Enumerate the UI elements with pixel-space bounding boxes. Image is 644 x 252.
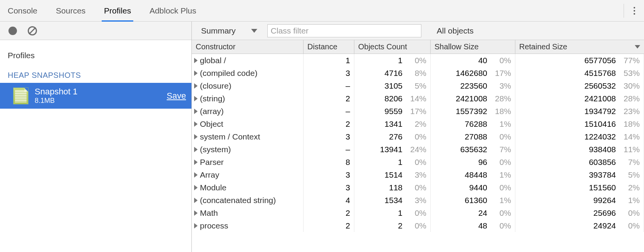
count-pct: 14% <box>408 94 426 103</box>
count-pct: 0% <box>408 132 426 141</box>
expand-triangle-icon[interactable] <box>194 134 198 139</box>
distance-value: 3 <box>345 183 350 192</box>
table-row[interactable]: process220%480%249240% <box>192 219 644 232</box>
count-pct: 24% <box>408 145 426 154</box>
constructor-name: (closure) <box>200 81 231 91</box>
table-row[interactable]: Module31180%94400%1515602% <box>192 181 644 194</box>
expand-triangle-icon[interactable] <box>194 58 198 63</box>
count-pct: 0% <box>408 208 426 218</box>
table-row[interactable]: Math210%240%256960% <box>192 207 644 219</box>
col-retained-label: Retained Size <box>519 42 567 51</box>
expand-triangle-icon[interactable] <box>194 147 198 152</box>
expand-triangle-icon[interactable] <box>194 71 198 76</box>
retained-value: 24924 <box>594 221 616 230</box>
col-shallow-size[interactable]: Shallow Size <box>431 40 515 54</box>
retained-pct: 5% <box>621 170 640 180</box>
expand-triangle-icon[interactable] <box>194 223 198 228</box>
main-split: Profiles HEAP SNAPSHOTS Snapshot 1 8.1MB… <box>0 22 644 252</box>
sort-descending-icon <box>635 45 640 49</box>
constructor-name: Parser <box>200 158 224 167</box>
table-body[interactable]: global /110%400%657705677%(compiled code… <box>192 54 644 252</box>
col-objects-count[interactable]: Objects Count <box>354 40 431 54</box>
shallow-value: 48 <box>478 221 487 230</box>
profiles-sidebar: Profiles HEAP SNAPSHOTS Snapshot 1 8.1MB… <box>0 22 192 252</box>
table-row[interactable]: (string)2820614%242100828%242100828% <box>192 92 644 105</box>
table-row[interactable]: (system)–1394124%6356327%93840811% <box>192 143 644 156</box>
retained-value: 2560532 <box>584 81 616 91</box>
shallow-pct: 0% <box>493 221 511 230</box>
table-row[interactable]: global /110%400%657705677% <box>192 54 644 67</box>
tab-profiles[interactable]: Profiles <box>104 0 131 21</box>
table-row[interactable]: (compiled code)347168%146268017%45157685… <box>192 67 644 79</box>
shallow-pct: 1% <box>493 196 511 205</box>
expand-triangle-icon[interactable] <box>194 109 198 114</box>
shallow-pct: 17% <box>493 69 511 78</box>
clear-icon[interactable] <box>28 26 37 35</box>
record-icon[interactable] <box>8 27 17 35</box>
expand-triangle-icon[interactable] <box>194 185 198 190</box>
expand-triangle-icon[interactable] <box>194 121 198 127</box>
tab-adblock-plus[interactable]: Adblock Plus <box>149 0 196 21</box>
view-dropdown[interactable]: Summary <box>199 26 260 35</box>
table-row[interactable]: Object213412%762881%151041618% <box>192 118 644 130</box>
count-value: 8206 <box>384 94 402 103</box>
profiles-section-label: Profiles <box>0 40 191 63</box>
count-value: 276 <box>389 132 402 141</box>
constructor-name: (concatenated string) <box>200 196 276 205</box>
table-row[interactable]: (array)–955917%155739218%193479223% <box>192 105 644 118</box>
class-filter-input[interactable] <box>267 24 421 37</box>
shallow-value: 76288 <box>465 119 487 129</box>
scope-dropdown[interactable]: All objects <box>437 26 474 35</box>
retained-pct: 53% <box>621 69 640 78</box>
count-value: 3105 <box>384 81 402 91</box>
tab-sources[interactable]: Sources <box>56 0 86 21</box>
table-row[interactable]: system / Context32760%270880%122403214% <box>192 130 644 143</box>
expand-triangle-icon[interactable] <box>194 96 198 101</box>
constructor-name: (system) <box>200 145 231 154</box>
retained-value: 1510416 <box>584 119 616 129</box>
tab-console[interactable]: Console <box>8 0 37 21</box>
count-pct: 0% <box>408 183 426 192</box>
distance-value: – <box>345 107 350 116</box>
kebab-menu-icon[interactable] <box>631 7 640 15</box>
sidebar-toolbar <box>0 22 191 40</box>
retained-pct: 23% <box>621 107 640 116</box>
col-distance[interactable]: Distance <box>304 40 354 54</box>
retained-pct: 77% <box>621 56 640 65</box>
constructor-name: Object <box>200 119 223 129</box>
heap-snapshots-label: HEAP SNAPSHOTS <box>0 63 191 83</box>
table-row[interactable]: Parser810%960%6038567% <box>192 156 644 168</box>
count-value: 4716 <box>384 69 402 78</box>
expand-triangle-icon[interactable] <box>194 83 198 89</box>
count-value: 1341 <box>384 119 402 129</box>
table-row[interactable]: Array315143%484481%3937845% <box>192 168 644 181</box>
constructor-name: system / Context <box>200 132 260 141</box>
shallow-value: 27088 <box>465 132 487 141</box>
snapshot-item[interactable]: Snapshot 1 8.1MB Save <box>0 83 191 109</box>
snapshot-save-link[interactable]: Save <box>167 91 186 101</box>
count-value: 13941 <box>380 145 402 154</box>
constructor-name: Array <box>200 170 219 180</box>
shallow-pct: 0% <box>493 132 511 141</box>
table-row[interactable]: (concatenated string)415343%613601%99264… <box>192 194 644 207</box>
count-value: 1 <box>398 208 402 218</box>
expand-triangle-icon[interactable] <box>194 198 198 203</box>
distance-value: 2 <box>345 94 350 103</box>
expand-triangle-icon[interactable] <box>194 210 198 216</box>
distance-value: 3 <box>345 170 350 180</box>
col-constructor[interactable]: Constructor <box>192 40 304 54</box>
retained-value: 1224032 <box>584 132 616 141</box>
shallow-value: 2421008 <box>456 94 487 103</box>
retained-value: 603856 <box>589 158 616 167</box>
expand-triangle-icon[interactable] <box>194 160 198 165</box>
retained-pct: 11% <box>621 145 640 154</box>
count-value: 1514 <box>384 170 402 180</box>
count-pct: 3% <box>408 170 426 180</box>
expand-triangle-icon[interactable] <box>194 172 198 178</box>
distance-value: 2 <box>345 208 350 218</box>
snapshot-text: Snapshot 1 8.1MB <box>35 87 77 105</box>
col-retained-size[interactable]: Retained Size <box>515 40 644 54</box>
table-row[interactable]: (closure)–31055%2235603%256053230% <box>192 79 644 92</box>
shallow-value: 223560 <box>460 81 487 91</box>
shallow-pct: 7% <box>493 145 511 154</box>
